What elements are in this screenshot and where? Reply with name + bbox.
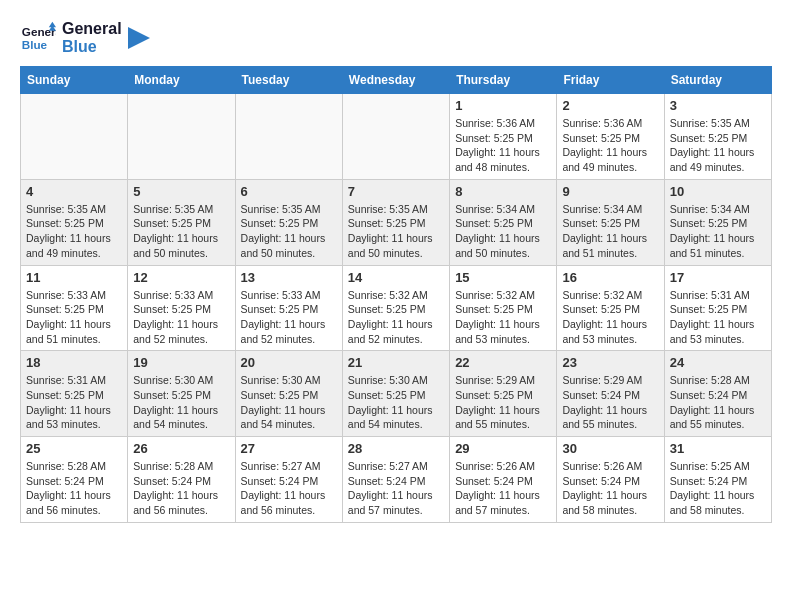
logo-blue: Blue (62, 38, 122, 56)
day-number: 1 (455, 98, 551, 113)
weekday-header-monday: Monday (128, 67, 235, 94)
day-info: Sunrise: 5:27 AM Sunset: 5:24 PM Dayligh… (348, 459, 444, 518)
day-number: 31 (670, 441, 766, 456)
calendar-cell: 6Sunrise: 5:35 AM Sunset: 5:25 PM Daylig… (235, 179, 342, 265)
day-number: 3 (670, 98, 766, 113)
calendar-cell: 11Sunrise: 5:33 AM Sunset: 5:25 PM Dayli… (21, 265, 128, 351)
day-info: Sunrise: 5:25 AM Sunset: 5:24 PM Dayligh… (670, 459, 766, 518)
logo-arrow-icon (128, 27, 150, 49)
calendar-cell: 10Sunrise: 5:34 AM Sunset: 5:25 PM Dayli… (664, 179, 771, 265)
day-info: Sunrise: 5:36 AM Sunset: 5:25 PM Dayligh… (455, 116, 551, 175)
day-info: Sunrise: 5:35 AM Sunset: 5:25 PM Dayligh… (26, 202, 122, 261)
calendar-header-row: SundayMondayTuesdayWednesdayThursdayFrid… (21, 67, 772, 94)
day-number: 22 (455, 355, 551, 370)
day-info: Sunrise: 5:32 AM Sunset: 5:25 PM Dayligh… (562, 288, 658, 347)
day-number: 9 (562, 184, 658, 199)
calendar-cell: 26Sunrise: 5:28 AM Sunset: 5:24 PM Dayli… (128, 437, 235, 523)
day-info: Sunrise: 5:34 AM Sunset: 5:25 PM Dayligh… (455, 202, 551, 261)
day-info: Sunrise: 5:26 AM Sunset: 5:24 PM Dayligh… (455, 459, 551, 518)
calendar-cell (128, 94, 235, 180)
calendar-cell (21, 94, 128, 180)
day-number: 12 (133, 270, 229, 285)
calendar-cell: 14Sunrise: 5:32 AM Sunset: 5:25 PM Dayli… (342, 265, 449, 351)
calendar-week-row: 11Sunrise: 5:33 AM Sunset: 5:25 PM Dayli… (21, 265, 772, 351)
day-number: 20 (241, 355, 337, 370)
weekday-header-saturday: Saturday (664, 67, 771, 94)
calendar-cell: 5Sunrise: 5:35 AM Sunset: 5:25 PM Daylig… (128, 179, 235, 265)
day-number: 17 (670, 270, 766, 285)
calendar-cell: 22Sunrise: 5:29 AM Sunset: 5:25 PM Dayli… (450, 351, 557, 437)
day-number: 25 (26, 441, 122, 456)
day-info: Sunrise: 5:33 AM Sunset: 5:25 PM Dayligh… (26, 288, 122, 347)
calendar-cell: 2Sunrise: 5:36 AM Sunset: 5:25 PM Daylig… (557, 94, 664, 180)
day-info: Sunrise: 5:30 AM Sunset: 5:25 PM Dayligh… (241, 373, 337, 432)
calendar-cell: 4Sunrise: 5:35 AM Sunset: 5:25 PM Daylig… (21, 179, 128, 265)
weekday-header-thursday: Thursday (450, 67, 557, 94)
calendar-cell: 30Sunrise: 5:26 AM Sunset: 5:24 PM Dayli… (557, 437, 664, 523)
day-number: 15 (455, 270, 551, 285)
page-header: General Blue General Blue (20, 20, 772, 56)
day-info: Sunrise: 5:33 AM Sunset: 5:25 PM Dayligh… (133, 288, 229, 347)
day-number: 30 (562, 441, 658, 456)
svg-marker-4 (128, 27, 150, 49)
calendar-cell: 1Sunrise: 5:36 AM Sunset: 5:25 PM Daylig… (450, 94, 557, 180)
day-info: Sunrise: 5:31 AM Sunset: 5:25 PM Dayligh… (670, 288, 766, 347)
day-info: Sunrise: 5:26 AM Sunset: 5:24 PM Dayligh… (562, 459, 658, 518)
day-info: Sunrise: 5:28 AM Sunset: 5:24 PM Dayligh… (26, 459, 122, 518)
day-number: 4 (26, 184, 122, 199)
day-info: Sunrise: 5:32 AM Sunset: 5:25 PM Dayligh… (455, 288, 551, 347)
calendar-cell: 23Sunrise: 5:29 AM Sunset: 5:24 PM Dayli… (557, 351, 664, 437)
day-number: 29 (455, 441, 551, 456)
weekday-header-sunday: Sunday (21, 67, 128, 94)
day-info: Sunrise: 5:29 AM Sunset: 5:24 PM Dayligh… (562, 373, 658, 432)
day-info: Sunrise: 5:32 AM Sunset: 5:25 PM Dayligh… (348, 288, 444, 347)
day-info: Sunrise: 5:34 AM Sunset: 5:25 PM Dayligh… (562, 202, 658, 261)
calendar-week-row: 1Sunrise: 5:36 AM Sunset: 5:25 PM Daylig… (21, 94, 772, 180)
day-number: 21 (348, 355, 444, 370)
day-info: Sunrise: 5:27 AM Sunset: 5:24 PM Dayligh… (241, 459, 337, 518)
calendar-cell (235, 94, 342, 180)
calendar-cell: 25Sunrise: 5:28 AM Sunset: 5:24 PM Dayli… (21, 437, 128, 523)
day-number: 24 (670, 355, 766, 370)
logo-general: General (62, 20, 122, 38)
calendar-week-row: 25Sunrise: 5:28 AM Sunset: 5:24 PM Dayli… (21, 437, 772, 523)
day-info: Sunrise: 5:36 AM Sunset: 5:25 PM Dayligh… (562, 116, 658, 175)
calendar-cell: 24Sunrise: 5:28 AM Sunset: 5:24 PM Dayli… (664, 351, 771, 437)
day-info: Sunrise: 5:35 AM Sunset: 5:25 PM Dayligh… (241, 202, 337, 261)
day-number: 18 (26, 355, 122, 370)
day-info: Sunrise: 5:31 AM Sunset: 5:25 PM Dayligh… (26, 373, 122, 432)
calendar-cell: 15Sunrise: 5:32 AM Sunset: 5:25 PM Dayli… (450, 265, 557, 351)
day-info: Sunrise: 5:35 AM Sunset: 5:25 PM Dayligh… (348, 202, 444, 261)
day-info: Sunrise: 5:35 AM Sunset: 5:25 PM Dayligh… (670, 116, 766, 175)
calendar-cell: 8Sunrise: 5:34 AM Sunset: 5:25 PM Daylig… (450, 179, 557, 265)
day-number: 5 (133, 184, 229, 199)
day-number: 13 (241, 270, 337, 285)
calendar-cell: 29Sunrise: 5:26 AM Sunset: 5:24 PM Dayli… (450, 437, 557, 523)
calendar-cell: 7Sunrise: 5:35 AM Sunset: 5:25 PM Daylig… (342, 179, 449, 265)
day-number: 11 (26, 270, 122, 285)
day-number: 6 (241, 184, 337, 199)
logo: General Blue General Blue (20, 20, 150, 56)
day-number: 7 (348, 184, 444, 199)
day-number: 2 (562, 98, 658, 113)
day-number: 10 (670, 184, 766, 199)
day-number: 14 (348, 270, 444, 285)
day-info: Sunrise: 5:33 AM Sunset: 5:25 PM Dayligh… (241, 288, 337, 347)
calendar-table: SundayMondayTuesdayWednesdayThursdayFrid… (20, 66, 772, 523)
calendar-cell: 20Sunrise: 5:30 AM Sunset: 5:25 PM Dayli… (235, 351, 342, 437)
day-number: 27 (241, 441, 337, 456)
calendar-cell: 18Sunrise: 5:31 AM Sunset: 5:25 PM Dayli… (21, 351, 128, 437)
day-info: Sunrise: 5:30 AM Sunset: 5:25 PM Dayligh… (133, 373, 229, 432)
calendar-cell: 31Sunrise: 5:25 AM Sunset: 5:24 PM Dayli… (664, 437, 771, 523)
calendar-cell: 13Sunrise: 5:33 AM Sunset: 5:25 PM Dayli… (235, 265, 342, 351)
calendar-cell: 16Sunrise: 5:32 AM Sunset: 5:25 PM Dayli… (557, 265, 664, 351)
calendar-cell: 9Sunrise: 5:34 AM Sunset: 5:25 PM Daylig… (557, 179, 664, 265)
day-number: 16 (562, 270, 658, 285)
weekday-header-tuesday: Tuesday (235, 67, 342, 94)
calendar-week-row: 4Sunrise: 5:35 AM Sunset: 5:25 PM Daylig… (21, 179, 772, 265)
day-info: Sunrise: 5:28 AM Sunset: 5:24 PM Dayligh… (133, 459, 229, 518)
calendar-week-row: 18Sunrise: 5:31 AM Sunset: 5:25 PM Dayli… (21, 351, 772, 437)
weekday-header-friday: Friday (557, 67, 664, 94)
weekday-header-wednesday: Wednesday (342, 67, 449, 94)
calendar-cell: 3Sunrise: 5:35 AM Sunset: 5:25 PM Daylig… (664, 94, 771, 180)
